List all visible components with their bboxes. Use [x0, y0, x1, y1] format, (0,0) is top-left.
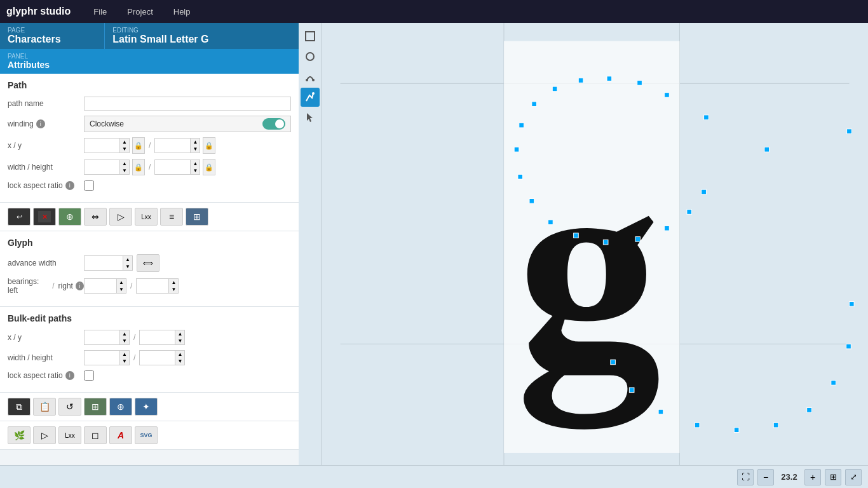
h-input[interactable]: 1673 [155, 161, 190, 173]
tool-reshape[interactable] [301, 67, 320, 86]
tool-lxx[interactable]: Lxx [135, 208, 158, 226]
br-spinners: ▲ ▼ [168, 279, 178, 293]
bl-down[interactable]: ▼ [117, 286, 126, 293]
svg-rect-45 [611, 360, 616, 365]
bulk-leaf[interactable]: 🌿 [8, 426, 31, 444]
bulk-y-input[interactable]: 1156 [140, 331, 175, 344]
zoom-out[interactable]: − [757, 469, 774, 485]
glyph-section: Glyph advance width 1217 ▲ ▼ ⟺ [0, 231, 299, 307]
bulk-x-input[interactable]: 110 [85, 331, 119, 344]
bearing-left-input[interactable]: 110 [85, 280, 116, 292]
tool-layers[interactable]: ≡ [160, 208, 183, 226]
svg-rect-24 [532, 102, 537, 107]
winding-toggle[interactable] [262, 118, 285, 130]
aw-down[interactable]: ▼ [123, 263, 132, 270]
winding-control: Clockwise [84, 116, 291, 132]
tool-pen[interactable] [301, 88, 320, 107]
bearings-info[interactable]: i [76, 281, 84, 290]
bulk-lock-info[interactable]: i [65, 371, 74, 380]
bearing-right-wrap: 30 ▲ ▼ [136, 278, 179, 294]
wh-row: width / height 1077 ▲ ▼ 🔒 / 1673 [8, 159, 291, 175]
lock-ratio-info[interactable]: i [65, 181, 74, 190]
bulk-h-up[interactable]: ▲ [175, 351, 184, 358]
w-up[interactable]: ▲ [120, 160, 129, 167]
canvas-area[interactable]: g [322, 23, 868, 465]
bulk-w-down[interactable]: ▼ [120, 358, 129, 365]
br-down[interactable]: ▼ [169, 286, 178, 293]
bulk-add-glyph[interactable]: ✦ [135, 398, 158, 416]
x-input[interactable]: 110 [85, 139, 119, 152]
br-up[interactable]: ▲ [169, 279, 178, 286]
tool-add-point[interactable]: ⊕ [58, 208, 81, 226]
aw-expand[interactable]: ⟺ [137, 254, 159, 272]
tool-pointer[interactable] [301, 108, 320, 127]
menu-help[interactable]: Help [170, 4, 194, 19]
lock-ratio-checkbox[interactable] [84, 180, 94, 191]
bulk-x-down[interactable]: ▼ [120, 337, 129, 344]
tool-stack[interactable]: ⊞ [186, 208, 208, 226]
view-grid[interactable]: ⊞ [825, 469, 841, 485]
bulk-x-up[interactable]: ▲ [120, 330, 129, 337]
bearing-right-input[interactable]: 30 [137, 280, 168, 292]
view-fullscreen[interactable]: ⤢ [845, 469, 862, 485]
tool-select-path[interactable] [301, 47, 320, 66]
menu-project[interactable]: Project [123, 4, 156, 19]
bulk-svg[interactable]: SVG [135, 426, 158, 444]
y-lock[interactable]: 🔒 [203, 137, 215, 154]
bearings-label: bearings: left / right i [8, 277, 84, 295]
path-name-input[interactable]: Path 1 [84, 97, 291, 111]
w-lock[interactable]: 🔒 [132, 159, 145, 175]
h-lock[interactable]: 🔒 [203, 159, 215, 175]
menu-file[interactable]: File [90, 4, 111, 19]
bulk-add-shape[interactable]: ⊕ [109, 398, 132, 416]
y-up[interactable]: ▲ [191, 139, 200, 146]
svg-rect-21 [607, 76, 612, 81]
bulk-paste[interactable]: 📋 [33, 398, 56, 416]
x-up[interactable]: ▲ [120, 139, 129, 146]
bulk-h-input[interactable]: 1673 [140, 351, 175, 364]
pan-tool[interactable]: ⛶ [737, 469, 754, 485]
bulk-w-input[interactable]: 1077 [85, 351, 119, 364]
y-down[interactable]: ▼ [191, 146, 200, 152]
aw-up[interactable]: ▲ [123, 256, 132, 263]
winding-row: winding i Clockwise [8, 116, 291, 132]
glyph-section-title: Glyph [8, 238, 291, 248]
tool-symmetry[interactable]: ⇔ [84, 208, 107, 226]
bulk-font-a[interactable]: A [109, 426, 132, 444]
svg-rect-41 [734, 428, 739, 433]
bulk-y-up[interactable]: ▲ [175, 330, 184, 337]
bulk-add-comp[interactable]: ⊞ [84, 398, 107, 416]
bulk-copy[interactable]: ⧉ [8, 398, 31, 416]
w-input[interactable]: 1077 [85, 161, 119, 173]
bulk-lock-checkbox[interactable] [84, 370, 94, 381]
bl-up[interactable]: ▲ [117, 279, 126, 286]
tool-reverse-path[interactable]: ↩ [8, 208, 31, 226]
winding-info-icon[interactable]: i [36, 119, 45, 128]
bulk-y-down[interactable]: ▼ [175, 337, 184, 344]
tool-select-shape[interactable] [301, 27, 320, 46]
bulk-h-down[interactable]: ▼ [175, 358, 184, 365]
aw-spinners: ▲ ▼ [123, 256, 132, 270]
bl-spinners: ▲ ▼ [116, 279, 126, 293]
zoom-in[interactable]: + [804, 469, 821, 485]
tool-delete-path[interactable]: ✕ [33, 208, 56, 226]
y-input[interactable]: 1156 [155, 139, 190, 152]
bulk-w-up[interactable]: ▲ [120, 351, 129, 358]
w-down[interactable]: ▼ [120, 167, 129, 174]
editing-name: Latin Small Letter G [112, 34, 291, 45]
bulk-shadow[interactable]: ◻ [84, 426, 107, 444]
vert-toolbar [299, 23, 322, 465]
h-spinners: ▲ ▼ [190, 160, 200, 174]
bulk-lxx2[interactable]: Lxx [58, 426, 81, 444]
h-up[interactable]: ▲ [191, 160, 200, 167]
bulk-section-title: Bulk-edit paths [8, 313, 291, 323]
aw-input[interactable]: 1217 [85, 257, 123, 269]
x-down[interactable]: ▼ [120, 146, 129, 152]
tool-arrow[interactable]: ▷ [109, 208, 132, 226]
lock-ratio-checkbox-wrap [84, 180, 94, 191]
x-spinners: ▲ ▼ [119, 139, 129, 152]
bulk-undo[interactable]: ↺ [58, 398, 81, 416]
bulk-arrow2[interactable]: ▷ [33, 426, 56, 444]
x-lock[interactable]: 🔒 [132, 137, 145, 154]
h-down[interactable]: ▼ [191, 167, 200, 174]
